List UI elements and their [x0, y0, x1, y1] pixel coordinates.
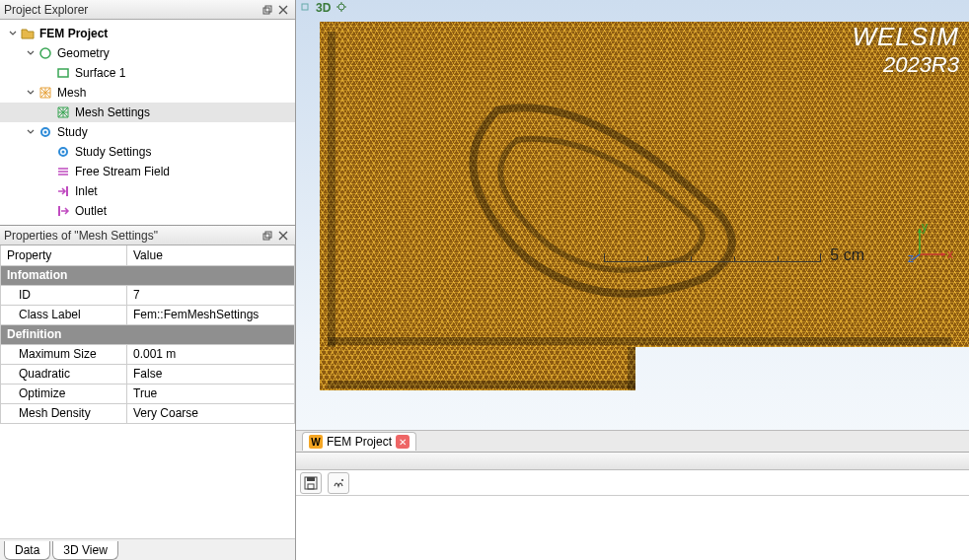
- tree-item[interactable]: Study Settings: [0, 142, 295, 162]
- document-tab-fem-project[interactable]: W FEM Project ✕: [302, 432, 416, 451]
- svg-rect-10: [263, 234, 269, 240]
- tree-item[interactable]: Surface 1: [0, 63, 295, 83]
- property-value[interactable]: True: [127, 384, 295, 403]
- tree-item-label: Free Stream Field: [75, 165, 170, 178]
- inlet-icon: [55, 183, 71, 199]
- viewport-mode-label: 3D: [316, 1, 331, 15]
- property-row[interactable]: ID7: [1, 285, 295, 305]
- tree-item[interactable]: Study: [0, 122, 295, 142]
- axis-triad: x y z: [912, 223, 951, 262]
- tree-expander-icon[interactable]: [6, 30, 20, 37]
- property-value[interactable]: Fem::FemMeshSettings: [127, 305, 295, 324]
- property-row[interactable]: Maximum Size0.001 m: [1, 344, 295, 364]
- tree-item[interactable]: Mesh: [0, 83, 295, 103]
- svg-rect-8: [66, 186, 68, 196]
- close-icon[interactable]: ✕: [396, 435, 410, 449]
- tree-item-label: Inlet: [75, 184, 98, 198]
- tree-expander-icon[interactable]: [24, 89, 37, 97]
- tree-item-label: Outlet: [75, 204, 107, 218]
- property-row[interactable]: OptimizeTrue: [1, 384, 295, 403]
- project-explorer-header: Project Explorer: [0, 0, 295, 20]
- tree-expander-icon[interactable]: [24, 128, 37, 136]
- tree-item[interactable]: Geometry: [0, 43, 295, 63]
- properties-table[interactable]: Property Value InfomationID7Class LabelF…: [0, 245, 295, 424]
- svg-point-7: [62, 151, 65, 154]
- svg-rect-1: [265, 6, 271, 12]
- save-button[interactable]: [300, 472, 322, 494]
- folder-icon: [20, 26, 36, 41]
- tree-item-label: FEM Project: [39, 27, 108, 40]
- tree-item[interactable]: Free Stream Field: [0, 162, 295, 181]
- tab-3d-view[interactable]: 3D View: [52, 541, 117, 560]
- tree-item[interactable]: Inlet: [0, 181, 295, 201]
- meshset-icon: [55, 105, 71, 120]
- field-icon: [55, 164, 71, 179]
- svg-rect-25: [307, 477, 315, 481]
- viewport-header: 3D: [296, 0, 969, 16]
- svg-rect-3: [58, 69, 68, 77]
- svg-text:z: z: [908, 251, 914, 265]
- output-panel: [296, 452, 969, 560]
- close-icon[interactable]: [275, 2, 291, 18]
- brand-name: WELSIM: [852, 22, 959, 52]
- document-tab-label: FEM Project: [327, 435, 392, 449]
- properties-panel: Properties of "Mesh Settings" Property V…: [0, 226, 295, 560]
- tree-expander-icon[interactable]: [24, 49, 37, 57]
- properties-col-value: Value: [127, 245, 295, 265]
- properties-title: Properties of "Mesh Settings": [4, 229, 260, 243]
- target-icon[interactable]: [336, 1, 346, 15]
- tree-item-label: Geometry: [57, 46, 110, 60]
- property-value[interactable]: Very Coarse: [127, 403, 295, 423]
- brand-version: 2023R3: [852, 52, 959, 78]
- svg-point-5: [44, 131, 47, 134]
- property-name: Optimize: [1, 384, 127, 403]
- geom-icon: [37, 45, 53, 61]
- property-value[interactable]: 0.001 m: [127, 344, 295, 364]
- surface-icon: [55, 65, 71, 81]
- tree-item[interactable]: Mesh Settings: [0, 103, 295, 122]
- mesh-icon: [37, 85, 53, 101]
- property-name: Mesh Density: [1, 403, 127, 423]
- clear-button[interactable]: [328, 472, 349, 494]
- project-explorer-title: Project Explorer: [4, 3, 260, 17]
- property-value[interactable]: 7: [127, 285, 295, 305]
- tree-item-label: Mesh: [57, 86, 86, 100]
- app-icon: W: [309, 435, 323, 449]
- svg-marker-15: [941, 252, 945, 256]
- left-bottom-tabs: Data 3D View: [0, 538, 295, 560]
- document-tabs: W FEM Project ✕: [296, 430, 969, 452]
- tree-item[interactable]: FEM Project: [0, 24, 295, 43]
- tab-data[interactable]: Data: [4, 541, 50, 560]
- property-value[interactable]: False: [127, 364, 295, 384]
- properties-section-title: Definition: [1, 324, 295, 344]
- svg-text:y: y: [922, 220, 928, 234]
- svg-rect-9: [58, 206, 60, 216]
- property-row[interactable]: Mesh DensityVery Coarse: [1, 403, 295, 423]
- property-row[interactable]: Class LabelFem::FemMeshSettings: [1, 305, 295, 324]
- outlet-icon: [55, 203, 71, 219]
- svg-rect-12: [302, 4, 308, 10]
- restore-icon[interactable]: [260, 2, 275, 18]
- tree-item-label: Study Settings: [75, 145, 151, 159]
- svg-point-27: [341, 479, 343, 481]
- property-name: Class Label: [1, 305, 127, 324]
- property-row[interactable]: QuadraticFalse: [1, 364, 295, 384]
- pin-icon[interactable]: [300, 1, 310, 15]
- brand-watermark: WELSIM 2023R3: [852, 22, 959, 78]
- gear-icon: [55, 144, 71, 160]
- tree-item-label: Study: [57, 125, 88, 139]
- study-icon: [37, 124, 53, 140]
- viewport-3d[interactable]: WELSIM 2023R3 5 cm x y z: [296, 16, 969, 430]
- scale-bar: [604, 252, 821, 262]
- svg-rect-0: [263, 8, 269, 14]
- restore-icon[interactable]: [260, 228, 275, 244]
- properties-col-name: Property: [1, 245, 127, 265]
- svg-rect-26: [308, 484, 314, 489]
- close-icon[interactable]: [275, 228, 291, 244]
- svg-point-2: [40, 48, 50, 58]
- project-tree[interactable]: FEM ProjectGeometrySurface 1MeshMesh Set…: [0, 20, 295, 225]
- output-body-text[interactable]: [296, 496, 969, 560]
- tree-item[interactable]: Outlet: [0, 201, 295, 221]
- property-name: Maximum Size: [1, 344, 127, 364]
- output-toolbar: [296, 470, 969, 496]
